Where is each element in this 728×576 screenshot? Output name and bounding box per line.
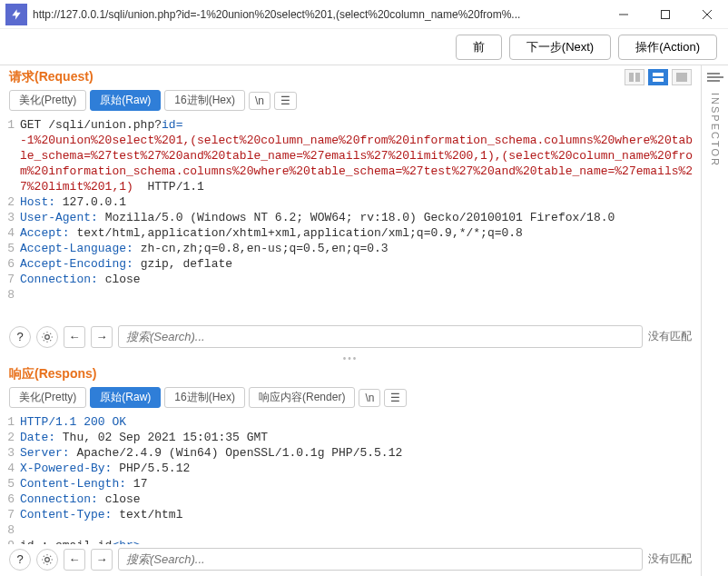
tab-newline[interactable]: \n <box>359 389 380 407</box>
response-no-match: 没有匹配 <box>648 551 692 567</box>
tab-hex[interactable]: 16进制(Hex) <box>164 90 245 111</box>
request-search-row: ? ← → 没有匹配 <box>0 322 701 353</box>
svg-rect-6 <box>653 73 664 76</box>
request-search-input[interactable] <box>118 325 643 348</box>
next-button[interactable]: 下一步(Next) <box>509 35 611 60</box>
svg-rect-11 <box>707 80 720 82</box>
inspector-tab[interactable]: INSPECTOR <box>710 93 721 167</box>
next-match-icon[interactable]: → <box>91 549 113 571</box>
title-bar: http://127.0.0.1/sqli/union.php?id=-1%20… <box>0 0 728 29</box>
action-button[interactable]: 操作(Action) <box>618 35 717 60</box>
next-match-icon[interactable]: → <box>91 326 113 348</box>
request-no-match: 没有匹配 <box>648 329 692 344</box>
response-view-tabs: 美化(Pretty) 原始(Raw) 16进制(Hex) 响应内容(Render… <box>0 384 701 412</box>
tab-menu-icon[interactable]: ☰ <box>384 389 407 407</box>
svg-rect-7 <box>653 78 664 82</box>
gear-icon[interactable] <box>36 549 58 571</box>
response-search-row: ? ← → 没有匹配 <box>0 544 701 576</box>
svg-rect-9 <box>707 73 720 74</box>
layout-mode-group <box>625 69 692 85</box>
layout-columns-icon[interactable] <box>625 69 644 85</box>
svg-rect-1 <box>662 10 670 18</box>
tab-raw[interactable]: 原始(Raw) <box>90 90 161 111</box>
tab-hex[interactable]: 16进制(Hex) <box>164 387 245 408</box>
prev-match-icon[interactable]: ← <box>64 326 85 348</box>
help-icon[interactable]: ? <box>9 549 31 571</box>
minimize-button[interactable] <box>603 0 644 29</box>
svg-rect-4 <box>629 73 634 82</box>
request-body[interactable]: 1GET /sqli/union.php?id=-1%20union%20sel… <box>0 115 701 322</box>
tab-pretty[interactable]: 美化(Pretty) <box>9 90 86 111</box>
action-bar: 前 下一步(Next) 操作(Action) <box>0 29 728 65</box>
tab-menu-icon[interactable]: ☰ <box>274 92 297 110</box>
app-icon <box>5 4 27 25</box>
layout-single-icon[interactable] <box>672 69 692 85</box>
right-sidebar: INSPECTOR <box>701 65 728 576</box>
layout-rows-icon[interactable] <box>648 69 668 85</box>
pane-divider[interactable]: ••• <box>0 353 701 362</box>
request-view-tabs: 美化(Pretty) 原始(Raw) 16进制(Hex) \n ☰ <box>0 87 701 115</box>
tab-newline[interactable]: \n <box>249 92 271 110</box>
help-icon[interactable]: ? <box>9 326 31 348</box>
request-title: 请求(Request) <box>9 69 93 85</box>
response-search-input[interactable] <box>118 548 643 571</box>
gear-icon[interactable] <box>36 326 58 348</box>
window-title: http://127.0.0.1/sqli/union.php?id=-1%20… <box>33 8 603 21</box>
tab-render[interactable]: 响应内容(Render) <box>249 387 355 408</box>
sidebar-toggle-icon[interactable] <box>707 71 723 84</box>
prev-button[interactable]: 前 <box>456 35 502 60</box>
response-body[interactable]: 1HTTP/1.1 200 OK 2Date: Thu, 02 Sep 2021… <box>0 412 701 544</box>
tab-raw[interactable]: 原始(Raw) <box>90 387 161 408</box>
maximize-button[interactable] <box>644 0 686 29</box>
svg-rect-8 <box>676 73 687 82</box>
response-title: 响应(Respons) <box>9 366 96 382</box>
svg-rect-5 <box>635 73 640 82</box>
svg-rect-10 <box>707 76 723 78</box>
tab-pretty[interactable]: 美化(Pretty) <box>9 387 86 408</box>
close-button[interactable] <box>686 0 728 29</box>
prev-match-icon[interactable]: ← <box>64 549 85 571</box>
